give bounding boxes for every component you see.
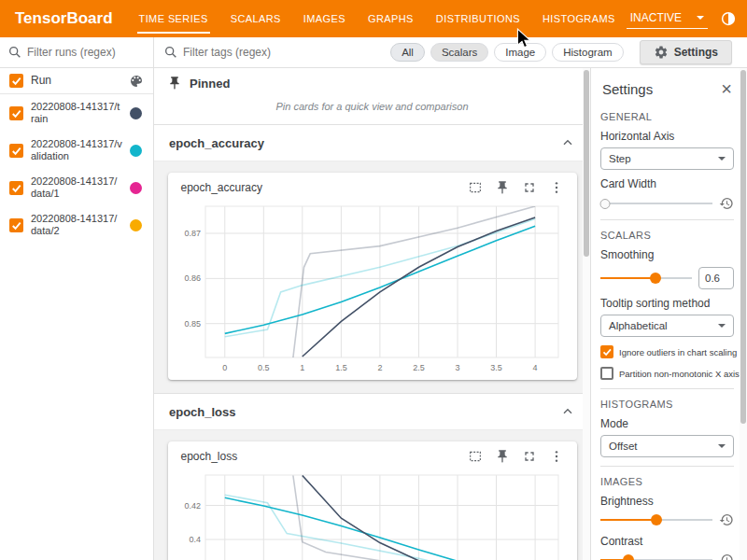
status-select[interactable]: INACTIVE	[627, 8, 708, 29]
ignore-outliers-row[interactable]: Ignore outliers in chart scaling	[600, 345, 734, 358]
run-color-dot	[130, 145, 142, 157]
main-scrollbar-thumb[interactable]	[584, 70, 589, 257]
run-label: 20220808-141317/train	[31, 101, 122, 125]
chevron-down-icon	[718, 444, 726, 448]
run-checkbox[interactable]	[9, 106, 23, 120]
svg-text:3: 3	[455, 363, 459, 372]
chevron-down-icon	[718, 324, 726, 328]
fullscreen-icon[interactable]	[522, 180, 537, 195]
section-title: epoch_loss	[169, 405, 236, 419]
line-chart-epoch-loss[interactable]: 00.511.522.533.540.360.380.40.42	[174, 468, 570, 560]
settings-scrollbar[interactable]	[740, 68, 747, 560]
slider-thumb[interactable]	[651, 514, 662, 525]
pin-icon	[167, 76, 182, 91]
tag-filter-chips: AllScalarsImageHistogram	[390, 43, 624, 62]
slider-thumb[interactable]	[623, 554, 634, 560]
close-icon[interactable]: ×	[721, 79, 732, 98]
partition-x-axis-row[interactable]: Partition non-monotonic X axis	[600, 367, 734, 380]
settings-button[interactable]: Settings	[640, 40, 732, 64]
card-header: epoch_accuracy	[174, 180, 571, 199]
horizontal-axis-label: Horizontal Axis	[600, 130, 734, 143]
settings-panel: Settings × GENERAL Horizontal Axis Step …	[590, 68, 747, 560]
tab-distributions[interactable]: DISTRIBUTIONS	[425, 0, 531, 37]
palette-icon[interactable]	[129, 74, 144, 89]
runs-list: 20220808-141317/train 20220808-141317/va…	[0, 94, 153, 244]
partition-x-axis-checkbox[interactable]	[600, 367, 613, 380]
tab-images[interactable]: IMAGES	[292, 0, 357, 37]
tooltip-sorting-select[interactable]: Alphabetical	[600, 315, 734, 337]
run-label: 20220808-141317/data/2	[31, 213, 122, 237]
card-actions	[468, 180, 564, 195]
brightness-label: Brightness	[600, 495, 734, 508]
pin-icon[interactable]	[495, 449, 510, 464]
run-list-item[interactable]: 20220808-141317/validation	[0, 132, 153, 169]
tab-time-series[interactable]: TIME SERIES	[128, 0, 219, 37]
select-all-checkbox[interactable]	[9, 74, 23, 88]
run-checkbox[interactable]	[9, 144, 23, 158]
run-checkbox[interactable]	[9, 181, 23, 195]
section-header-epoch-loss[interactable]: epoch_loss	[154, 394, 590, 429]
slider-thumb[interactable]	[650, 273, 661, 284]
svg-text:0.86: 0.86	[184, 273, 201, 283]
tab-graphs[interactable]: GRAPHS	[357, 0, 425, 37]
settings-button-label: Settings	[674, 46, 718, 59]
contrast-label: Contrast	[600, 535, 734, 548]
fit-domain-icon[interactable]	[468, 449, 483, 464]
settings-panel-title: Settings	[602, 81, 653, 97]
chip-scalars[interactable]: Scalars	[430, 43, 488, 62]
card-title: epoch_accuracy	[181, 181, 262, 194]
runs-sidebar: Run 20220808-141317/train 20220808-14131…	[0, 68, 154, 560]
run-column-label: Run	[31, 75, 121, 87]
section-body-epoch-accuracy: epoch_accuracy	[154, 161, 590, 394]
svg-text:3.5: 3.5	[490, 363, 502, 372]
theme-toggle-icon[interactable]	[720, 10, 737, 27]
card-actions	[468, 449, 564, 464]
app-header: TensorBoard TIME SERIESSCALARSIMAGESGRAP…	[0, 0, 747, 37]
chevron-up-icon[interactable]	[560, 135, 575, 150]
histogram-mode-value: Offset	[609, 441, 637, 452]
smoothing-slider[interactable]	[600, 272, 692, 285]
section-title: epoch_accuracy	[169, 136, 264, 150]
tab-scalars[interactable]: SCALARS	[219, 0, 292, 37]
settings-scrollbar-thumb[interactable]	[740, 70, 746, 424]
fit-domain-icon[interactable]	[468, 180, 483, 195]
chevron-up-icon[interactable]	[560, 404, 575, 419]
run-list-item[interactable]: 20220808-141317/data/2	[0, 206, 153, 244]
scalar-card-epoch-loss: epoch_loss	[168, 441, 577, 560]
chip-histogram[interactable]: Histogram	[552, 43, 623, 62]
run-checkbox[interactable]	[9, 218, 23, 232]
slider-thumb[interactable]	[600, 199, 611, 209]
contrast-control	[600, 553, 734, 560]
more-options-icon[interactable]	[549, 449, 564, 464]
card-width-slider[interactable]	[600, 197, 712, 210]
more-options-icon[interactable]	[549, 180, 564, 195]
reset-icon[interactable]	[719, 553, 734, 560]
brightness-slider[interactable]	[600, 513, 712, 526]
header-actions: INACTIVE ?	[627, 0, 747, 37]
fullscreen-icon[interactable]	[522, 449, 537, 464]
chip-all[interactable]: All	[390, 43, 425, 62]
card-width-control	[600, 196, 734, 211]
ignore-outliers-checkbox[interactable]	[600, 345, 613, 358]
run-select-all-row[interactable]: Run	[0, 68, 153, 94]
pin-icon[interactable]	[495, 180, 510, 195]
section-header-epoch-accuracy[interactable]: epoch_accuracy	[154, 125, 590, 161]
settings-panel-header: Settings ×	[600, 68, 734, 102]
horizontal-axis-select[interactable]: Step	[600, 147, 734, 170]
contrast-slider[interactable]	[600, 553, 712, 560]
reset-icon[interactable]	[719, 512, 734, 527]
histogram-mode-select[interactable]: Offset	[600, 435, 734, 457]
filter-tags-input[interactable]	[183, 46, 386, 59]
tab-histograms[interactable]: HISTOGRAMS	[531, 0, 627, 37]
filter-runs-input[interactable]	[27, 46, 146, 59]
main-scrollbar[interactable]	[583, 68, 590, 560]
run-list-item[interactable]: 20220808-141317/data/1	[0, 169, 153, 206]
line-chart-epoch-accuracy[interactable]: 00.511.522.533.540.850.860.87	[174, 199, 570, 378]
chip-image[interactable]: Image	[494, 43, 546, 62]
smoothing-input[interactable]	[698, 267, 734, 289]
reset-icon[interactable]	[719, 196, 734, 211]
content-row: Run 20220808-141317/train 20220808-14131…	[0, 68, 747, 560]
tooltip-sorting-value: Alphabetical	[609, 320, 668, 331]
run-list-item[interactable]: 20220808-141317/train	[0, 94, 153, 132]
pinned-hint: Pin cards for a quick view and compariso…	[154, 92, 590, 125]
